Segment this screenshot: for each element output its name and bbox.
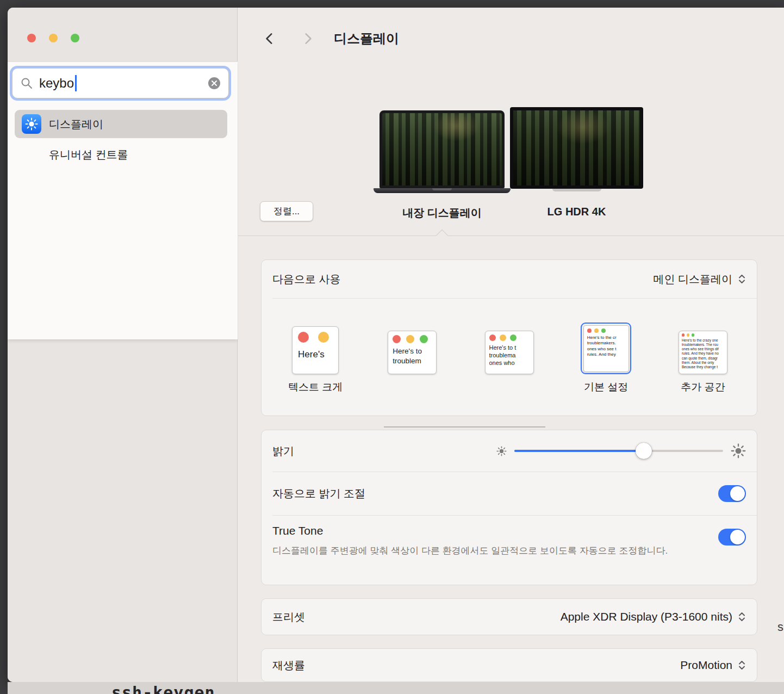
background-terminal: ssh-keygen: [8, 682, 784, 694]
scaling-track-line: [384, 426, 545, 427]
search-result-universal-control[interactable]: 유니버설 컨트롤: [49, 147, 128, 162]
display-settings-panel: 다음으로 사용 메인 디스플레이 He: [261, 259, 757, 416]
built-in-display-preview: [379, 110, 505, 188]
macbook-base: [374, 188, 511, 193]
true-tone-label: True Tone: [272, 524, 668, 537]
back-button[interactable]: [262, 30, 278, 47]
traffic-dots-icon: [587, 329, 629, 333]
refresh-rate-value: ProMotion: [680, 659, 732, 672]
external-display-preview: [510, 107, 643, 189]
auto-brightness-row: 자동으로 밝기 조절: [262, 472, 757, 515]
selected-option-frame: Here's to the crtroublemakers.ones who s…: [581, 323, 631, 374]
brightness-slider-knob[interactable]: [636, 443, 652, 459]
traffic-dots-icon: [489, 334, 533, 341]
display-thumbnail-external[interactable]: [510, 107, 643, 191]
arrange-button[interactable]: 정렬...: [260, 201, 313, 221]
search-result-label: 디스플레이: [49, 117, 103, 132]
refresh-rate-label: 재생률: [272, 658, 305, 673]
scaling-preview-text: Here's to the crtroublemakers.ones who s…: [587, 335, 629, 358]
true-tone-row: True Tone 디스플레이를 주변광에 맞춰 색상이 다른 환경에서도 일관…: [262, 516, 757, 569]
scaling-options: Here's Here's totroublem: [262, 299, 757, 394]
auto-brightness-label: 자동으로 밝기 조절: [272, 486, 365, 501]
search-input-value: keybo: [39, 76, 74, 91]
brightness-label: 밝기: [272, 444, 294, 458]
true-tone-description: 디스플레이를 주변광에 맞춰 색상이 다른 환경에서도 일관적으로 보이도록 자…: [272, 544, 668, 558]
zoom-button[interactable]: [71, 34, 79, 42]
brightness-row: 밝기: [262, 430, 757, 472]
stepper-icon: [738, 272, 746, 286]
stepper-icon: [738, 610, 746, 623]
brightness-slider[interactable]: [514, 443, 723, 459]
preset-row: 프리셋 Apple XDR Display (P3-1600 nits): [262, 599, 757, 635]
section-divider: [238, 236, 784, 236]
text-cursor: [75, 75, 77, 91]
search-results-panel: keybo 디스플레이: [8, 61, 238, 339]
scaling-option-larger-text[interactable]: Here's: [267, 326, 364, 374]
use-as-value: 메인 디스플레이: [653, 272, 732, 287]
brightness-low-icon: [496, 446, 507, 456]
settings-window: keybo 디스플레이: [8, 8, 784, 682]
preset-dropdown[interactable]: Apple XDR Display (P3-1600 nits): [561, 610, 746, 623]
refresh-rate-dropdown[interactable]: ProMotion: [680, 659, 746, 672]
page-title: 디스플레이: [334, 30, 399, 47]
clear-search-icon[interactable]: [208, 77, 221, 90]
traffic-dots-icon: [682, 333, 727, 337]
scaling-option-3[interactable]: Here's to ttroublemaones who: [461, 331, 557, 374]
scaling-option-more-space[interactable]: Here's to the crazy onetroublemakers. Th…: [655, 331, 751, 374]
scaling-label-default: 기본 설정: [558, 380, 655, 394]
search-input[interactable]: keybo: [12, 68, 229, 98]
background-edge-text: s: [777, 620, 783, 634]
display-thumbnail-built-in[interactable]: [379, 110, 505, 193]
preset-value: Apple XDR Display (P3-1600 nits): [561, 610, 732, 623]
external-display-name: LG HDR 4K: [510, 206, 643, 218]
window-controls: [27, 34, 79, 42]
close-button[interactable]: [27, 34, 36, 42]
preset-panel: 프리셋 Apple XDR Display (P3-1600 nits): [261, 598, 757, 635]
brightness-slider-fill: [514, 450, 644, 452]
traffic-dots-icon: [393, 335, 436, 343]
chevron-left-icon: [263, 32, 277, 46]
scaling-preview-text: Here's to ttroublemaones who: [489, 344, 533, 367]
selected-display-pointer: [436, 230, 449, 242]
brightness-high-icon: [731, 443, 746, 458]
brightness-panel: 밝기: [261, 430, 757, 585]
traffic-dots-icon: [298, 332, 338, 343]
use-as-label: 다음으로 사용: [272, 272, 341, 287]
sidebar: keybo 디스플레이: [8, 8, 238, 682]
built-in-display-name: 내장 디스플레이: [379, 206, 505, 220]
auto-brightness-toggle[interactable]: [718, 485, 746, 502]
use-as-row: 다음으로 사용 메인 디스플레이: [262, 260, 757, 298]
scaling-option-2[interactable]: Here's totroublem: [364, 331, 461, 374]
forward-button[interactable]: [300, 30, 316, 47]
chevron-right-icon: [301, 32, 315, 46]
scaling-label-larger-text: 텍스트 크게: [267, 380, 364, 394]
refresh-rate-row: 재생률 ProMotion: [262, 649, 757, 681]
stepper-icon: [738, 659, 746, 672]
true-tone-toggle[interactable]: [718, 529, 746, 546]
background-terminal-text: ssh-keygen: [111, 683, 215, 694]
search-result-displays[interactable]: 디스플레이: [15, 110, 227, 138]
search-icon: [20, 77, 33, 90]
minimize-button[interactable]: [49, 34, 58, 42]
scaling-preview-text: Here's: [298, 349, 338, 360]
scaling-preview-text: Here's totroublem: [393, 346, 436, 365]
scaling-preview-text: Here's to the crazy onetroublemakers. Th…: [682, 338, 727, 370]
preset-label: 프리셋: [272, 610, 305, 624]
scaling-label-more-space: 추가 공간: [655, 380, 751, 394]
main-content: 디스플레이 내장 디스플레이 LG HDR 4K 정렬... 다음으로 사용 메…: [238, 8, 784, 682]
brightness-icon: [22, 114, 41, 134]
use-as-dropdown[interactable]: 메인 디스플레이: [653, 272, 746, 287]
scaling-option-default[interactable]: Here's to the crtroublemakers.ones who s…: [558, 323, 655, 374]
refresh-rate-panel: 재생률 ProMotion: [261, 648, 757, 682]
monitor-stand: [552, 189, 601, 191]
